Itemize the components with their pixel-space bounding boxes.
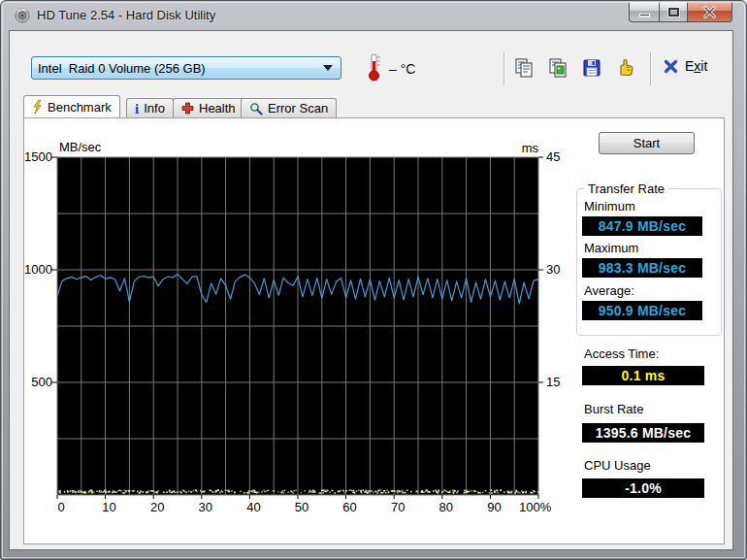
titlebar[interactable]: HD Tune 2.54 - Hard Disk Utility	[1, 1, 746, 30]
minimum-label: Minimum	[584, 199, 635, 214]
y-axis-right-title: ms	[485, 141, 538, 155]
exit-button[interactable]: Exit	[664, 58, 707, 74]
maximize-button[interactable]	[659, 2, 688, 22]
maximize-icon	[668, 8, 679, 16]
drive-select-value: Intel Raid 0 Volume (256 GB)	[32, 61, 323, 76]
copy-button[interactable]	[512, 56, 536, 80]
minimize-icon	[639, 14, 650, 16]
x-axis-tick: 50	[278, 500, 325, 514]
temperature-display: – °C	[389, 61, 415, 77]
tab-health[interactable]: Health	[173, 98, 244, 117]
burst-rate-label: Burst Rate	[584, 402, 643, 416]
save-icon	[582, 58, 601, 78]
health-cross-icon	[181, 102, 194, 115]
copy-icon	[514, 58, 534, 78]
x-axis-tick: 70	[374, 500, 421, 514]
close-button[interactable]	[688, 2, 732, 22]
toolbar-separator	[650, 52, 652, 85]
x-axis-tick: 20	[134, 500, 180, 514]
maximum-label: Maximum	[584, 241, 638, 255]
x-axis-tick: 0	[38, 500, 84, 514]
cpu-usage-value: -1.0%	[582, 478, 704, 498]
tab-benchmark[interactable]: Benchmark	[23, 95, 120, 117]
toolbar-separator	[503, 52, 505, 85]
options-button[interactable]	[614, 56, 637, 80]
close-icon	[702, 6, 717, 18]
y-axis-right-tick: 45	[546, 149, 560, 164]
minimize-button[interactable]	[629, 2, 659, 22]
drive-select[interactable]: Intel Raid 0 Volume (256 GB)	[31, 56, 341, 80]
average-value: 950.9 MB/sec	[582, 301, 702, 320]
transfer-rate-group-label: Transfer Rate	[584, 181, 668, 196]
y-axis-left-tick: 1500	[10, 149, 52, 164]
tab-info[interactable]: i Info	[126, 98, 174, 117]
average-label: Average:	[584, 283, 634, 298]
burst-rate-value: 1395.6 MB/sec	[582, 423, 704, 443]
options-icon	[616, 58, 635, 78]
y-axis-right-tick: 30	[546, 262, 560, 277]
y-axis-left-title: MB/sec	[59, 140, 101, 154]
caption-buttons	[629, 2, 732, 23]
tab-label: Error Scan	[268, 101, 328, 115]
tab-label: Health	[199, 101, 236, 115]
tab-error-scan[interactable]: Error Scan	[241, 98, 337, 117]
exit-x-icon	[664, 59, 678, 74]
maximum-value: 983.3 MB/sec	[582, 258, 702, 278]
window-title: HD Tune 2.54 - Hard Disk Utility	[37, 8, 215, 22]
access-time-value: 0.1 ms	[582, 366, 704, 385]
thermometer-icon	[366, 52, 381, 85]
x-axis-tick: 80	[423, 500, 470, 514]
exit-label: Exit	[685, 58, 707, 74]
copy-image-button[interactable]	[546, 56, 569, 80]
x-axis-tick: 60	[327, 500, 374, 514]
x-axis-tick: 100%	[519, 500, 566, 514]
access-time-label: Access Time:	[584, 346, 659, 361]
x-axis-tick: 30	[182, 500, 229, 514]
hdtune-window: HD Tune 2.54 - Hard Disk Utility Intel R…	[0, 0, 747, 560]
tab-label: Benchmark	[48, 100, 112, 115]
start-button[interactable]: Start	[599, 132, 695, 154]
minimum-value: 847.9 MB/sec	[582, 216, 702, 236]
app-icon	[15, 8, 30, 23]
cpu-usage-label: CPU Usage	[584, 458, 651, 473]
chevron-down-icon	[323, 65, 333, 71]
client-area: Intel Raid 0 Volume (256 GB) – °C	[9, 30, 733, 550]
copy-image-icon	[548, 58, 568, 78]
benchmark-chart	[57, 157, 538, 495]
info-icon: i	[135, 103, 139, 115]
y-axis-left-tick: 1000	[10, 262, 52, 277]
y-axis-left-tick: 500	[10, 375, 52, 389]
error-scan-magnifier-icon	[249, 102, 263, 115]
benchmark-lightning-icon	[32, 100, 43, 115]
x-axis-tick: 10	[86, 500, 133, 514]
x-axis-tick: 40	[230, 500, 276, 514]
x-axis-tick: 90	[471, 500, 517, 514]
y-axis-right-tick: 15	[546, 375, 560, 389]
save-button[interactable]	[580, 56, 603, 80]
tab-label: Info	[144, 101, 165, 115]
